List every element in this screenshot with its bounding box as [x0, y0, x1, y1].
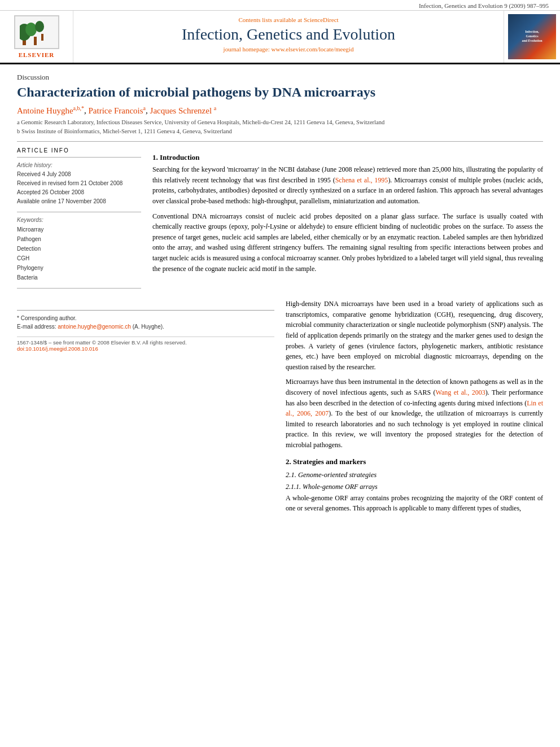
- doi-text[interactable]: doi:10.1016/j.meegid.2008.10.016: [17, 346, 274, 352]
- two-column-layout: ARTICLE INFO Article history: Received 4…: [17, 147, 543, 293]
- body-col-right: High-density DNA microarrays have been u…: [286, 299, 543, 518]
- info-divider: [17, 157, 141, 158]
- online-date: Available online 17 November 2008: [17, 197, 141, 206]
- section-211-heading: 2.1.1. Whole-genome ORF arrays: [286, 483, 543, 491]
- keyword-cgh: CGH: [17, 254, 141, 263]
- keywords-divider: [17, 212, 141, 212]
- intro-paragraph-2: Conventional DNA microarrays consist of …: [152, 211, 543, 274]
- author-1-sup: a,b,*: [73, 105, 84, 111]
- section-2-heading: 2. Strategies and markers: [286, 457, 543, 466]
- main-content: Discussion Characterization of microbial…: [0, 64, 560, 527]
- article-title: Characterization of microbial pathogens …: [17, 84, 543, 101]
- section-21-heading: 2.1. Genome-oriented strategies: [286, 471, 543, 479]
- journal-name: Infection, Genetics and Evolution: [79, 25, 498, 43]
- svg-point-3: [35, 21, 44, 32]
- copyright-bar: 1567-1348/$ – see front matter © 2008 El…: [17, 337, 274, 352]
- article-dates: Received 4 July 2008 Received in revised…: [17, 170, 141, 206]
- author-2-name: Patrice Francois: [89, 106, 143, 115]
- affiliations: a Genomic Research Laboratory, Infectiou…: [17, 118, 543, 136]
- corresponding-note: * Corresponding author.: [17, 314, 274, 322]
- accepted-date: Accepted 26 October 2008: [17, 188, 141, 197]
- keyword-pathogen: Pathogen: [17, 234, 141, 244]
- article-history-label: Article history:: [17, 162, 141, 168]
- section-label: Discussion: [17, 73, 543, 82]
- section-211-paragraph: A whole-genome ORF array contains probes…: [286, 493, 543, 514]
- article-info-heading: ARTICLE INFO: [17, 147, 141, 154]
- svg-rect-4: [34, 37, 37, 45]
- affiliation-b: b Swiss Institute of Bioinformatics, Mic…: [17, 127, 543, 136]
- elsevier-logo-area: ELSEVIER: [0, 11, 73, 63]
- journal-homepage: journal homepage: www.elsevier.com/locat…: [79, 46, 498, 53]
- body-two-col: * Corresponding author. E-mail address: …: [17, 299, 543, 518]
- logo-image: [14, 15, 59, 49]
- authors-line: Antoine Huyghea,b,*, Patrice Francoisa, …: [17, 105, 543, 116]
- right-paragraph-1: High-density DNA microarrays have been u…: [286, 299, 543, 372]
- body-col-left: * Corresponding author. E-mail address: …: [17, 299, 274, 518]
- elsevier-brand: ELSEVIER: [19, 51, 55, 58]
- right-paragraph-2: Microarrays have thus been instrumental …: [286, 377, 543, 450]
- email-note: E-mail address: antoine.huyghe@genomic.c…: [17, 322, 274, 331]
- received-date: Received 4 July 2008: [17, 170, 141, 179]
- ref-schena[interactable]: Schena et al., 1995: [335, 176, 388, 184]
- article-body-column: 1. Introduction Searching for the keywor…: [152, 147, 543, 293]
- journal-header: ELSEVIER Contents lists available at Sci…: [0, 11, 560, 64]
- affiliation-a: a Genomic Research Laboratory, Infectiou…: [17, 118, 543, 127]
- keyword-bacteria: Bacteria: [17, 273, 141, 282]
- sciencedirect-link: Contents lists available at ScienceDirec…: [79, 16, 498, 23]
- author-2-sup: a: [143, 105, 146, 111]
- intro-heading: 1. Introduction: [152, 153, 543, 162]
- author-3-name: Jacques Schrenzel: [150, 106, 212, 115]
- intro-paragraph-1: Searching for the keyword 'microarray' i…: [152, 164, 543, 206]
- header-divider: [17, 141, 543, 142]
- ref-lin[interactable]: Lin et al., 2006, 2007: [286, 399, 543, 418]
- keyword-microarray: Microarray: [17, 225, 141, 234]
- keywords-bottom-divider: [17, 288, 141, 289]
- cover-image: Infection,Geneticsand Evolution: [508, 14, 556, 59]
- svg-rect-5: [41, 34, 43, 41]
- citation-text: Infection, Genetics and Evolution 9 (200…: [419, 2, 549, 9]
- keyword-detection: Detection: [17, 244, 141, 254]
- ref-wang[interactable]: Wang et al., 2003: [436, 388, 485, 396]
- measured-word: measured: [213, 254, 239, 262]
- footnote-area: * Corresponding author. E-mail address: …: [17, 310, 274, 352]
- journal-title-area: Contents lists available at ScienceDirec…: [73, 11, 504, 63]
- keyword-phylogeny: Phylogeny: [17, 263, 141, 273]
- author-3-sup: a: [214, 105, 216, 111]
- issn-text: 1567-1348/$ – see front matter © 2008 El…: [17, 339, 274, 346]
- revised-date: Received in revised form 21 October 2008: [17, 179, 141, 188]
- elsevier-logo: ELSEVIER: [14, 15, 59, 58]
- svg-point-2: [25, 23, 37, 36]
- article-info-column: ARTICLE INFO Article history: Received 4…: [17, 147, 141, 293]
- author-1-name: Antoine Huyghe: [17, 106, 73, 115]
- journal-cover-thumb: Infection,Geneticsand Evolution: [504, 11, 560, 63]
- citation-bar: Infection, Genetics and Evolution 9 (200…: [0, 0, 560, 11]
- author-email[interactable]: antoine.huyghe@genomic.ch: [58, 324, 131, 330]
- keywords-label: Keywords:: [17, 217, 141, 223]
